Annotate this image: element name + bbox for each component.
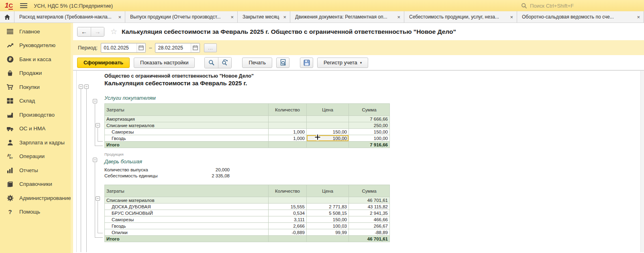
cost-item-cell[interactable]: Итого: [105, 236, 269, 242]
calendar-icon[interactable]: [191, 43, 200, 52]
save-button[interactable]: [300, 58, 313, 68]
column-header[interactable]: Затраты: [105, 104, 269, 116]
close-icon[interactable]: ×: [230, 14, 234, 20]
collapse-group-button[interactable]: −: [93, 99, 97, 103]
table-header-row: Затраты Количество Цена Сумма: [105, 104, 390, 116]
sidebar-item-spravochniki[interactable]: Справочники: [0, 177, 73, 191]
close-icon[interactable]: ×: [118, 14, 121, 20]
cost-item-cell[interactable]: Списание материалов: [105, 122, 269, 129]
generate-button[interactable]: Сформировать: [77, 58, 130, 68]
cost-item-cell[interactable]: ДОСКА ДУБОВАЯ: [105, 204, 269, 210]
cost-item-cell[interactable]: Саморезы: [105, 216, 269, 223]
section-panel: Главное Руководителю ₽ Банк и касса Прод…: [0, 23, 73, 253]
cost-item-cell[interactable]: Гвоздь: [105, 135, 269, 142]
collapse-group-button[interactable]: −: [84, 84, 89, 89]
period-from-field: [101, 43, 146, 53]
output-quantity-line: Количество выпуска 20,000: [104, 167, 230, 172]
table-row: Амортизация 7 666,66: [105, 116, 390, 122]
cost-item-cell[interactable]: БРУС ОСИНОВЫЙ: [105, 210, 269, 216]
column-header[interactable]: Сумма: [349, 104, 390, 116]
cost-item-cell[interactable]: Опилки: [105, 229, 269, 236]
period-from-input[interactable]: [101, 45, 137, 51]
total-row: Итого 46 701,61: [105, 236, 390, 242]
print-preview-button[interactable]: [276, 58, 289, 68]
sidebar-item-rukovoditelyu[interactable]: Руководителю: [0, 39, 73, 53]
search-input[interactable]: [530, 3, 590, 9]
pallet-icon: [6, 97, 14, 105]
section-title-product: Дверь большая: [104, 158, 142, 165]
tab-vypusk-produkcii[interactable]: Выпуск продукции (Отчеты производст... ×: [125, 11, 238, 23]
period-separator: –: [149, 45, 152, 51]
selected-cell[interactable]: 100,00: [307, 135, 349, 142]
tab-osv[interactable]: Оборотно-сальдовая ведомость по сче... ×: [517, 11, 644, 23]
favorite-star-icon[interactable]: ☆: [110, 27, 117, 36]
period-to-input[interactable]: [155, 45, 191, 51]
cart-icon: [6, 83, 14, 91]
column-header[interactable]: Количество: [269, 185, 307, 197]
forward-button[interactable]: →: [91, 27, 104, 36]
sidebar-item-operacii[interactable]: ДтКт Операции: [0, 150, 73, 164]
sidebar-item-zarplata-i-kadry[interactable]: Зарплата и кадры: [0, 136, 73, 150]
sidebar-item-os-i-nma[interactable]: ОС и НМА: [0, 122, 73, 136]
sidebar-item-bank-i-kassa[interactable]: ₽ Банк и касса: [0, 52, 73, 66]
collapse-group-button[interactable]: −: [96, 196, 100, 201]
find-next-button[interactable]: [218, 58, 231, 68]
table-row: Гвоздь 1,000 100,00 100,00: [105, 135, 390, 142]
cost-item-cell[interactable]: Саморезы: [105, 129, 269, 135]
close-icon[interactable]: ×: [510, 14, 513, 20]
print-button[interactable]: Печать: [242, 58, 272, 68]
magnifier-continue-icon: [222, 60, 228, 66]
back-button[interactable]: ←: [77, 27, 91, 36]
global-search[interactable]: [518, 2, 593, 10]
sidebar-item-otchety[interactable]: Отчеты: [0, 163, 73, 177]
column-header[interactable]: Затраты: [105, 185, 269, 197]
collapse-group-button[interactable]: −: [96, 123, 100, 128]
table-row: Опилки -0,889 99,99 -88,89: [105, 229, 390, 236]
close-icon[interactable]: ×: [637, 14, 640, 20]
group-tree-line: [98, 201, 98, 233]
tab-zakrytie-mesyaca[interactable]: Закрытие месяца ×: [238, 11, 290, 23]
tab-sebestoimost[interactable]: Себестоимость продукции, услуг, неза... …: [404, 11, 517, 23]
collapse-group-button[interactable]: −: [79, 84, 83, 89]
tab-bar: Расход материалов (Требования-накла... ×…: [0, 11, 644, 23]
search-icon: [521, 3, 527, 9]
group-tree-line: [98, 128, 98, 141]
main-menu-hamburger-icon[interactable]: [20, 3, 27, 8]
sidebar-item-prodazhi[interactable]: Продажи: [0, 66, 73, 80]
find-button[interactable]: [205, 58, 218, 68]
column-header[interactable]: Цена: [307, 185, 349, 197]
calendar-icon[interactable]: [137, 43, 145, 52]
home-tab[interactable]: [0, 11, 14, 23]
close-icon[interactable]: ×: [283, 14, 286, 20]
report-window: ← → ☆ Калькуляция себестоимости за Февра…: [73, 23, 644, 253]
close-icon[interactable]: ×: [397, 14, 400, 20]
arrow-left-icon: ←: [81, 28, 87, 35]
sidebar-item-sklad[interactable]: Склад: [0, 94, 73, 108]
cost-item-cell[interactable]: Амортизация: [105, 116, 269, 122]
collapse-group-button[interactable]: −: [93, 158, 97, 162]
tab-dvizheniya-dokumenta[interactable]: Движения документа: Регламентная оп... ×: [290, 11, 404, 23]
truck-icon: [6, 125, 14, 132]
cost-item-cell[interactable]: Итого: [105, 142, 269, 148]
register-dropdown-button[interactable]: Регистр учета ▾: [317, 58, 368, 68]
sidebar-item-pokupki[interactable]: Покупки: [0, 80, 73, 94]
section-title-services: Услуги покупателям: [104, 95, 156, 101]
cost-item-cell[interactable]: Списание материалов: [105, 197, 269, 204]
cost-item-cell[interactable]: Гвоздь: [105, 223, 269, 229]
vertical-scrollbar[interactable]: [640, 71, 644, 252]
ruble-circle-icon: ₽: [6, 56, 14, 63]
column-header[interactable]: Цена: [307, 104, 349, 116]
sidebar-item-pomosch[interactable]: ? Помощь: [0, 205, 73, 219]
period-label: Период:: [78, 45, 98, 51]
sidebar-item-proizvodstvo[interactable]: Производство: [0, 108, 73, 122]
show-settings-button[interactable]: Показать настройки: [134, 58, 195, 68]
column-header[interactable]: Количество: [269, 104, 307, 116]
sidebar-item-administrirovanie[interactable]: Администрирование: [0, 191, 73, 205]
page-title: Калькуляция себестоимости за Февраль 202…: [122, 28, 456, 35]
factory-icon: [6, 111, 14, 118]
tab-rashod-materialov[interactable]: Расход материалов (Требования-накла... ×: [14, 11, 125, 23]
period-options-button[interactable]: ...: [204, 43, 217, 52]
sidebar-item-glavnoe[interactable]: Главное: [0, 25, 73, 39]
column-header[interactable]: Сумма: [349, 185, 390, 197]
trend-arrow-icon: [6, 42, 14, 49]
